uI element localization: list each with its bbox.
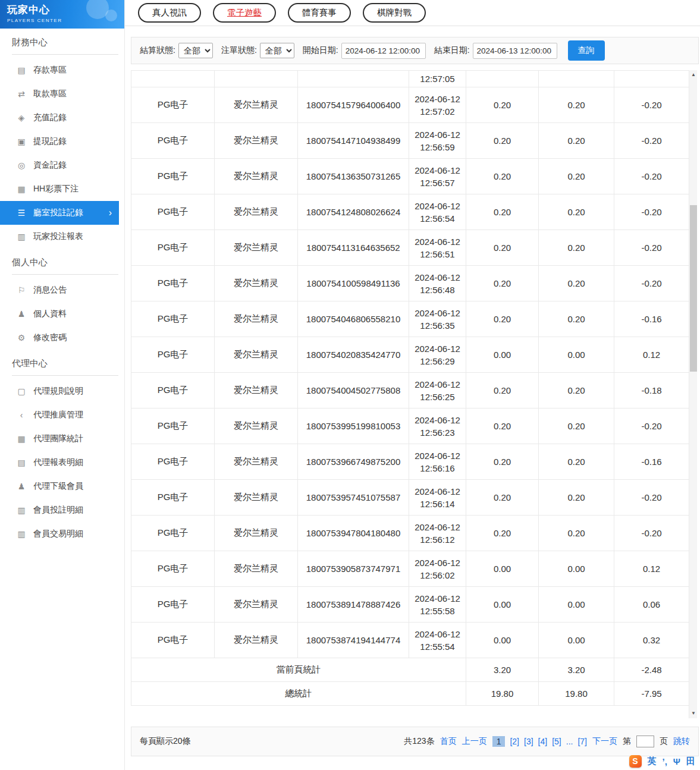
- sidebar-item[interactable]: ▤ 存款專區 ›: [0, 58, 125, 82]
- profile-icon: ♟: [17, 309, 26, 319]
- cell-game: 爱尔兰精灵: [215, 194, 298, 230]
- jump-suffix: 页: [660, 736, 668, 747]
- end-date-input[interactable]: [473, 43, 557, 59]
- cell-time: 12:56:12: [409, 533, 466, 546]
- page-link[interactable]: [7]: [577, 737, 587, 746]
- page-link[interactable]: [2]: [510, 737, 519, 746]
- category-tab[interactable]: 真人視訊: [138, 3, 201, 23]
- cell-game: 爱尔兰精灵: [215, 230, 298, 266]
- cell-bet-amount: 0.00: [466, 337, 539, 373]
- cell-bet-amount: [466, 71, 539, 87]
- sidebar-item[interactable]: ♟ 代理下級會員 ›: [0, 474, 125, 498]
- withdraw-icon: ⇄: [17, 89, 26, 99]
- finance-menu: ▤ 存款專區 › ⇄ 取款專區 › ◈ 充值記錄 › ▣ 提現記錄 ›: [0, 58, 124, 249]
- cell-order-number: 1800753905873747971: [298, 551, 409, 587]
- cell-bet-amount: 0.00: [466, 587, 539, 623]
- ime-lang-toggle[interactable]: 英: [648, 756, 657, 767]
- table-row: PG电子 爱尔兰精灵 1800754147104938499 2024-06-1…: [131, 123, 689, 159]
- table-scrollbar[interactable]: ▲ ▼: [689, 70, 697, 718]
- cell-date: 2024-06-12: [409, 557, 466, 569]
- per-page-text: 每頁顯示20條: [140, 736, 191, 747]
- sidebar-item-label: 玩家投注報表: [33, 231, 83, 242]
- cashout-icon: ▣: [17, 137, 26, 146]
- cell-datetime: 2024-06-12 12:56:48: [409, 266, 466, 301]
- scrollbar-thumb[interactable]: [690, 205, 697, 372]
- ime-mic-icon[interactable]: Ψ: [673, 756, 680, 766]
- page-link[interactable]: [4]: [538, 737, 548, 746]
- table-row: PG电子 爱尔兰精灵 1800754113164635652 2024-06-1…: [131, 230, 689, 266]
- category-tab[interactable]: 體育賽事: [288, 3, 351, 23]
- table-row: PG电子 爱尔兰精灵 1800754100598491136 2024-06-1…: [131, 266, 689, 301]
- sidebar-item[interactable]: ▦ 代理團隊統計 ›: [0, 427, 125, 451]
- first-page-link[interactable]: 首页: [440, 736, 457, 747]
- sidebar-item[interactable]: ▤ 代理報表明細 ›: [0, 451, 125, 474]
- partial-row-body: 12:57:05: [131, 71, 689, 87]
- cell-datetime: 2024-06-12 12:55:54: [409, 623, 466, 658]
- start-date-input[interactable]: [341, 43, 426, 59]
- sidebar-item[interactable]: ‹ 代理推廣管理 ›: [0, 403, 125, 427]
- filter-bar: 結算狀態: 全部 注單狀態: 全部 開始日期: 結束日期: 查詢: [131, 37, 699, 64]
- cell-date: 2024-06-12: [409, 93, 466, 105]
- cell-valid-amount: 0.00: [539, 587, 614, 623]
- sogou-input-icon[interactable]: S: [629, 755, 642, 768]
- cell-platform: PG电子: [131, 230, 215, 266]
- sidebar-item[interactable]: ☰ 廳室投註記錄 ›: [0, 201, 119, 225]
- total-summary-row: 總統計 19.80 19.80 -7.95: [131, 682, 689, 706]
- cell-valid-amount: 0.20: [539, 444, 614, 480]
- prev-page-link[interactable]: 上一页: [462, 736, 487, 747]
- ime-toolbar: S 英 ’, Ψ 田: [629, 754, 695, 768]
- page-link[interactable]: 1: [492, 736, 506, 747]
- cell-time: 12:56:23: [409, 426, 466, 439]
- cell-bet-amount: 0.20: [466, 301, 539, 337]
- sidebar-item[interactable]: ▥ 會員投註明細 ›: [0, 498, 125, 522]
- cell-platform: PG电子: [131, 123, 215, 159]
- sidebar-item[interactable]: ▣ 提現記錄 ›: [0, 130, 125, 153]
- cell-winloss: 0.06: [614, 587, 689, 623]
- settle-status-select[interactable]: 全部: [178, 43, 213, 58]
- ime-keyboard-icon[interactable]: 田: [686, 756, 695, 767]
- page-summary-label: 當前頁統計: [131, 658, 466, 682]
- scroll-down-arrow[interactable]: ▼: [689, 709, 698, 718]
- ime-punct-toggle[interactable]: ’,: [663, 756, 667, 766]
- member-bet-detail-icon: ▥: [17, 505, 26, 515]
- scroll-up-arrow[interactable]: ▲: [689, 71, 698, 79]
- sidebar-item[interactable]: ▦ HH彩票下注 ›: [0, 177, 125, 201]
- cell-winloss: 0.12: [614, 337, 689, 373]
- sidebar-item-label: 廳室投註記錄: [33, 208, 83, 218]
- category-tab[interactable]: 棋牌對戰: [363, 3, 426, 23]
- agent-members-icon: ♟: [17, 482, 26, 491]
- sidebar-item-label: 代理規則說明: [33, 386, 83, 397]
- page-link[interactable]: [5]: [552, 737, 561, 746]
- cell-date: 2024-06-12: [409, 235, 466, 248]
- category-tab[interactable]: 電子遊藝: [213, 3, 276, 23]
- table-row: PG电子 爱尔兰精灵 1800753947804180480 2024-06-1…: [131, 516, 689, 551]
- sidebar-item[interactable]: ⇄ 取款專區 ›: [0, 82, 125, 106]
- page-link[interactable]: [3]: [524, 737, 533, 746]
- sidebar-item[interactable]: ▥ 玩家投注報表 ›: [0, 225, 125, 249]
- sidebar-item[interactable]: ⚐ 消息公告 ›: [0, 278, 125, 302]
- cell-valid-amount: 0.20: [539, 266, 614, 301]
- sidebar-item[interactable]: ▢ 代理規則說明 ›: [0, 379, 125, 403]
- order-status-select[interactable]: 全部: [260, 43, 294, 58]
- cell-winloss: -0.20: [614, 266, 689, 301]
- announcement-icon: ⚐: [17, 285, 26, 295]
- table-row: PG电子 爱尔兰精灵 1800754157964006400 2024-06-1…: [131, 87, 689, 123]
- page-link[interactable]: ...: [566, 737, 573, 746]
- cell-bet-amount: 0.20: [466, 373, 539, 408]
- jump-button[interactable]: 跳转: [673, 736, 690, 747]
- room-bet-record-icon: ☰: [17, 208, 26, 218]
- cell-time: 12:56:14: [409, 498, 466, 510]
- sidebar-item[interactable]: ♟ 個人資料 ›: [0, 302, 125, 326]
- sidebar-item[interactable]: ⚙ 修改密碼 ›: [0, 326, 125, 350]
- cell-datetime: 2024-06-12 12:56:59: [409, 123, 466, 159]
- pagination-bar: 每頁顯示20條 共123条 首页 上一页 1 [2] [3] [4] [5] .…: [131, 727, 699, 756]
- next-page-link[interactable]: 下一页: [592, 736, 617, 747]
- search-button[interactable]: 查詢: [568, 40, 605, 61]
- cell-date: 2024-06-12: [409, 342, 466, 355]
- sidebar-item[interactable]: ◎ 資金記錄 ›: [0, 153, 125, 177]
- sidebar-item[interactable]: ▥ 會員交易明細 ›: [0, 522, 125, 546]
- sidebar-item[interactable]: ◈ 充值記錄 ›: [0, 106, 125, 130]
- cell-time: 12:56:16: [409, 462, 466, 474]
- cell-platform: PG电子: [131, 194, 215, 230]
- page-jump-input[interactable]: [636, 736, 654, 747]
